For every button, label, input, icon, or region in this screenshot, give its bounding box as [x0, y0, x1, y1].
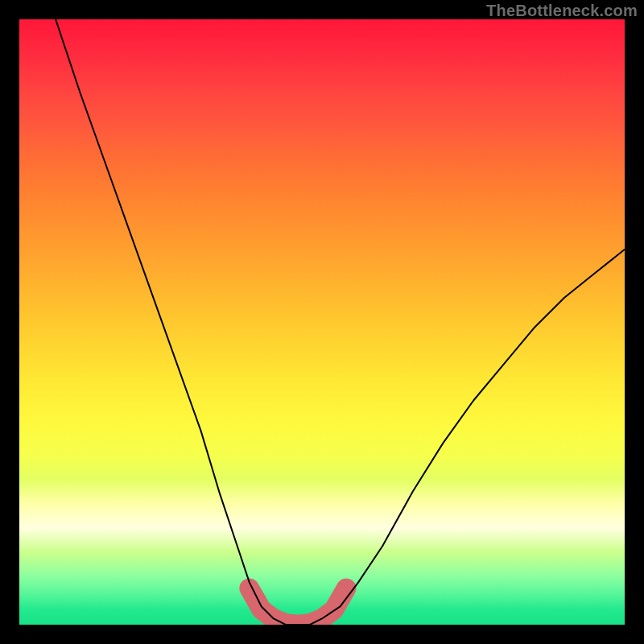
curve-overlay: [19, 19, 625, 625]
bottleneck-curve: [56, 19, 625, 625]
plot-area: [19, 19, 625, 625]
optimal-zone-band: [250, 588, 346, 625]
chart-frame: TheBottleneck.com: [0, 0, 644, 644]
watermark-label: TheBottleneck.com: [486, 2, 638, 20]
